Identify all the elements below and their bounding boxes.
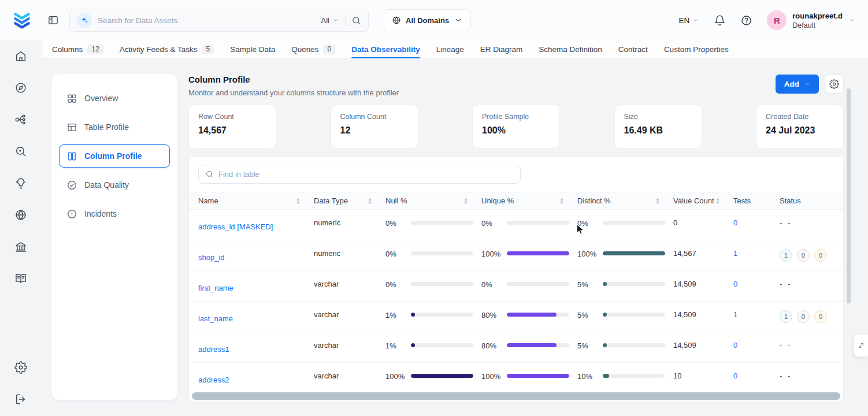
column-name-link[interactable]: address2	[198, 376, 229, 384]
search-icon[interactable]	[351, 16, 361, 25]
null-cell: 100%	[385, 372, 481, 382]
distinct-cell: 5%	[577, 341, 673, 352]
column-header-tests[interactable]: Tests	[733, 196, 780, 205]
data-type-cell: varchar	[314, 280, 385, 288]
tab-contract[interactable]: Contract	[618, 40, 648, 58]
rail-item-home[interactable]	[14, 50, 27, 62]
column-header-data-type[interactable]: Data Type	[314, 196, 385, 205]
rail-main-group	[14, 50, 27, 285]
table-row: shop_idnumeric0%100%100%14,5671100	[189, 240, 843, 271]
tests-link[interactable]: 0	[733, 372, 737, 380]
status-empty: - -	[780, 341, 792, 350]
sidebar-item-overview[interactable]: Overview	[59, 87, 170, 110]
main-panel: Column Profile Monitor and understand yo…	[178, 73, 868, 416]
null-bar	[411, 221, 473, 225]
rail-item-explore[interactable]	[14, 81, 27, 94]
language-selector[interactable]: EN	[679, 16, 700, 25]
summary-cards: Row Count14,567Column Count12Profile Sam…	[188, 105, 844, 148]
column-header-label: Distinct %	[577, 196, 611, 205]
tests-link[interactable]: 0	[733, 280, 737, 288]
column-name-link[interactable]: first_name	[198, 284, 233, 292]
domains-selector[interactable]: All Domains	[384, 9, 471, 31]
settings-gear-button[interactable]	[825, 75, 844, 94]
stat-card-row-count: Row Count14,567	[188, 105, 276, 148]
sort-icon[interactable]	[368, 198, 372, 204]
sidebar-item-data-quality[interactable]: Data Quality	[59, 173, 170, 196]
column-name-cell: address2	[198, 372, 314, 384]
sidebar-item-table-profile[interactable]: Table Profile	[59, 116, 170, 139]
rail-item-domains[interactable]	[14, 209, 27, 221]
status-badge-aborted: 0	[814, 310, 827, 323]
column-name-link[interactable]: last_name	[198, 314, 233, 323]
search-scope-dropdown[interactable]: All	[321, 16, 339, 25]
tab-sample-data[interactable]: Sample Data	[230, 40, 275, 58]
null-value: 1%	[385, 310, 406, 321]
column-name-link[interactable]: address_id [MASKED]	[198, 222, 273, 231]
add-button[interactable]: Add	[776, 75, 819, 94]
expand-panel-button[interactable]	[854, 334, 868, 357]
column-header-unique[interactable]: Unique %	[481, 196, 577, 205]
tab-custom-properties[interactable]: Custom Properties	[664, 40, 729, 58]
sort-icon[interactable]	[296, 198, 300, 204]
distinct-cell: 10%	[577, 372, 673, 382]
null-cell: 0%	[385, 249, 481, 260]
global-search: All	[69, 9, 369, 32]
null-value: 1%	[385, 341, 406, 352]
tab-lineage[interactable]: Lineage	[436, 40, 464, 58]
rail-item-glossary[interactable]	[14, 272, 27, 285]
user-menu[interactable]: R rounakpreet.d Default	[767, 10, 855, 30]
column-header-status[interactable]: Status	[780, 196, 843, 205]
sort-icon[interactable]	[656, 198, 659, 204]
sort-icon[interactable]	[560, 198, 563, 204]
column-name-link[interactable]: address1	[198, 345, 229, 354]
rail-item-logout[interactable]	[14, 393, 27, 406]
tab-schema-definition[interactable]: Schema Definition	[539, 40, 602, 58]
column-name-link[interactable]: shop_id	[198, 253, 225, 262]
tests-link[interactable]: 1	[733, 310, 737, 319]
vertical-scrollbar[interactable]	[847, 88, 851, 303]
tab-count-badge: 5	[202, 44, 214, 54]
settings-icon	[14, 361, 27, 374]
rail-item-lineage[interactable]	[14, 113, 27, 126]
right-column: Columns12Activity Feeds & Tasks5Sample D…	[42, 40, 868, 416]
column-header-label: Null %	[385, 196, 407, 205]
sidebar-item-column-profile[interactable]: Column Profile	[59, 144, 170, 168]
tab-queries[interactable]: Queries0	[291, 40, 335, 58]
sidebar-toggle-icon[interactable]	[47, 14, 59, 26]
horizontal-scrollbar[interactable]	[192, 392, 840, 400]
find-in-table-input[interactable]	[218, 170, 514, 179]
global-search-input[interactable]	[98, 16, 316, 25]
notifications-bell-icon[interactable]	[714, 14, 726, 27]
tab-data-observability[interactable]: Data Observability	[351, 40, 420, 58]
tab-activity-feeds-tasks[interactable]: Activity Feeds & Tasks5	[120, 40, 214, 58]
column-header-value-count[interactable]: Value Count	[673, 196, 733, 205]
rail-item-observability[interactable]	[14, 145, 27, 158]
column-header-null[interactable]: Null %	[385, 196, 481, 205]
help-icon[interactable]	[740, 14, 752, 27]
ai-sparkle-icon[interactable]	[77, 13, 92, 28]
column-header-name[interactable]: Name	[198, 196, 314, 205]
sidebar-item-incidents[interactable]: Incidents	[59, 202, 170, 225]
distinct-value: 5%	[577, 341, 598, 352]
distinct-bar-fill	[603, 343, 607, 347]
rail-item-insights[interactable]	[14, 177, 27, 190]
tests-link[interactable]: 1	[733, 249, 737, 258]
stat-label: Column Count	[340, 113, 409, 121]
unique-value: 80%	[481, 310, 502, 321]
value-count-cell: 14,509	[673, 280, 733, 288]
tests-link[interactable]: 0	[733, 218, 737, 227]
topbar-right: EN R rounakpreet.d Default	[679, 10, 855, 30]
null-value: 100%	[385, 372, 406, 382]
search-scope-label: All	[321, 16, 329, 25]
tab-er-diagram[interactable]: ER Diagram	[480, 40, 523, 58]
rail-item-govern[interactable]	[14, 240, 27, 253]
tests-link[interactable]: 0	[733, 341, 737, 350]
sidebar-item-label: Column Profile	[84, 151, 142, 161]
value-count-cell: 10	[673, 372, 733, 380]
column-header-distinct[interactable]: Distinct %	[577, 196, 673, 205]
sort-icon[interactable]	[716, 198, 719, 204]
sort-icon[interactable]	[464, 198, 468, 204]
status-badge-success: 1	[780, 249, 792, 262]
rail-item-settings[interactable]	[14, 361, 27, 374]
tab-columns[interactable]: Columns12	[52, 40, 103, 58]
